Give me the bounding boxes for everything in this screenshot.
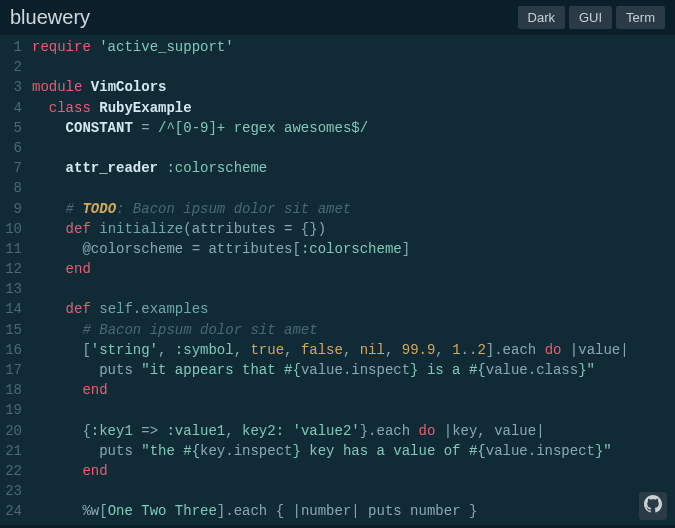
code-line: 17 puts "it appears that #{value.inspect… xyxy=(0,360,675,380)
code-content: %w[One Two Three].each { |number| puts n… xyxy=(32,501,477,521)
code-line: 2 xyxy=(0,57,675,77)
header: bluewery Dark GUI Term xyxy=(0,0,675,35)
code-line: 15 # Bacon ipsum dolor sit amet xyxy=(0,320,675,340)
line-number: 1 xyxy=(0,37,32,57)
github-link[interactable] xyxy=(639,492,667,520)
code-content: puts "it appears that #{value.inspect} i… xyxy=(32,360,595,380)
code-line: 16 ['string', :symbol, true, false, nil,… xyxy=(0,340,675,360)
code-line: 23 xyxy=(0,481,675,501)
line-number: 4 xyxy=(0,98,32,118)
line-number: 13 xyxy=(0,279,32,299)
code-content: def self.examples xyxy=(32,299,208,319)
code-content: require 'active_support' xyxy=(32,37,234,57)
line-number: 17 xyxy=(0,360,32,380)
line-number: 5 xyxy=(0,118,32,138)
line-number: 16 xyxy=(0,340,32,360)
line-number: 15 xyxy=(0,320,32,340)
line-number: 8 xyxy=(0,178,32,198)
code-content: end xyxy=(32,380,108,400)
line-number: 6 xyxy=(0,138,32,158)
code-line: 3module VimColors xyxy=(0,77,675,97)
github-icon xyxy=(644,495,662,517)
code-content: attr_reader :colorscheme xyxy=(32,158,267,178)
code-line: 14 def self.examples xyxy=(0,299,675,319)
term-button[interactable]: Term xyxy=(616,6,665,29)
code-content: module VimColors xyxy=(32,77,166,97)
code-content: def initialize(attributes = {}) xyxy=(32,219,326,239)
line-number: 23 xyxy=(0,481,32,501)
code-content: puts "the #{key.inspect} key has a value… xyxy=(32,441,612,461)
line-number: 19 xyxy=(0,400,32,420)
code-line: 4 class RubyExample xyxy=(0,98,675,118)
code-line: 6 xyxy=(0,138,675,158)
gui-button[interactable]: GUI xyxy=(569,6,612,29)
code-line: 11 @colorscheme = attributes[:colorschem… xyxy=(0,239,675,259)
page-title: bluewery xyxy=(10,6,90,29)
dark-button[interactable]: Dark xyxy=(518,6,565,29)
code-content: CONSTANT = /^[0-9]+ regex awesomes$/ xyxy=(32,118,368,138)
line-number: 11 xyxy=(0,239,32,259)
code-line: 20 {:key1 => :value1, key2: 'value2'}.ea… xyxy=(0,421,675,441)
line-number: 9 xyxy=(0,199,32,219)
line-number: 20 xyxy=(0,421,32,441)
line-number: 14 xyxy=(0,299,32,319)
code-line: 8 xyxy=(0,178,675,198)
line-number: 3 xyxy=(0,77,32,97)
code-line: 1require 'active_support' xyxy=(0,37,675,57)
code-line: 12 end xyxy=(0,259,675,279)
code-content: end xyxy=(32,461,108,481)
code-content: {:key1 => :value1, key2: 'value2'}.each … xyxy=(32,421,545,441)
code-line: 24 %w[One Two Three].each { |number| put… xyxy=(0,501,675,521)
code-line: 10 def initialize(attributes = {}) xyxy=(0,219,675,239)
line-number: 21 xyxy=(0,441,32,461)
code-editor[interactable]: 1require 'active_support'23module VimCol… xyxy=(0,35,675,525)
line-number: 10 xyxy=(0,219,32,239)
line-number: 22 xyxy=(0,461,32,481)
button-group: Dark GUI Term xyxy=(518,6,665,29)
code-line: 19 xyxy=(0,400,675,420)
line-number: 24 xyxy=(0,501,32,521)
code-line: 13 xyxy=(0,279,675,299)
code-line: 21 puts "the #{key.inspect} key has a va… xyxy=(0,441,675,461)
code-content: # Bacon ipsum dolor sit amet xyxy=(32,320,318,340)
code-content: @colorscheme = attributes[:colorscheme] xyxy=(32,239,410,259)
code-line: 9 # TODO: Bacon ipsum dolor sit amet xyxy=(0,199,675,219)
code-content: # TODO: Bacon ipsum dolor sit amet xyxy=(32,199,351,219)
line-number: 2 xyxy=(0,57,32,77)
code-content: ['string', :symbol, true, false, nil, 99… xyxy=(32,340,629,360)
line-number: 12 xyxy=(0,259,32,279)
code-line: 22 end xyxy=(0,461,675,481)
code-line: 18 end xyxy=(0,380,675,400)
code-content: end xyxy=(32,259,91,279)
code-line: 5 CONSTANT = /^[0-9]+ regex awesomes$/ xyxy=(0,118,675,138)
code-line: 7 attr_reader :colorscheme xyxy=(0,158,675,178)
code-content: class RubyExample xyxy=(32,98,192,118)
line-number: 18 xyxy=(0,380,32,400)
line-number: 7 xyxy=(0,158,32,178)
